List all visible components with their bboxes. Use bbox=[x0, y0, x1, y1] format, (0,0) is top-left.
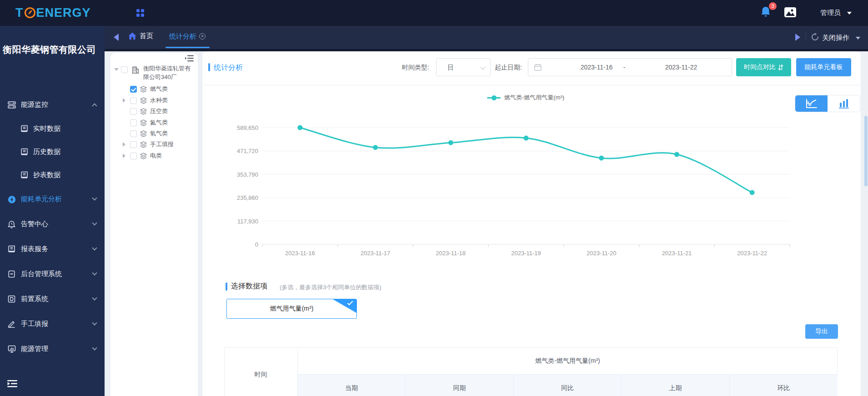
table-group-header: 燃气类-燃气用气量(m³) bbox=[298, 347, 838, 375]
tree-node-0[interactable]: 燃气类 bbox=[130, 84, 168, 94]
chevron-down-icon bbox=[92, 195, 97, 200]
sidebar-item-label: 后台管理系统 bbox=[21, 270, 62, 278]
sidebar-item-label: 前置系统 bbox=[21, 295, 48, 303]
sidebar-item-label: 告警中心 bbox=[21, 220, 48, 228]
caret-right-icon[interactable] bbox=[123, 142, 125, 147]
caret-right-icon[interactable] bbox=[123, 98, 125, 103]
time-compare-button[interactable]: 时间点对比 bbox=[736, 58, 791, 76]
tab-close-icon[interactable]: ✕ bbox=[199, 33, 206, 40]
x-axis-tick-label: 2023-11-20 bbox=[587, 250, 617, 257]
tree-node-checkbox[interactable] bbox=[130, 86, 137, 93]
notification-bell-icon[interactable]: 3 bbox=[760, 6, 774, 20]
sidebar-item-0[interactable]: 能源监控 bbox=[0, 92, 105, 117]
sidebar-subitem[interactable]: 历史数据 bbox=[0, 140, 105, 163]
tree-node-1[interactable]: 水种类 bbox=[130, 95, 168, 106]
sidebar-subitem[interactable]: 抄表数据 bbox=[0, 163, 105, 187]
tree-root-label[interactable]: 衡阳华菱连轧管有限公司340厂 bbox=[143, 64, 196, 81]
calendar-icon bbox=[534, 64, 542, 71]
chevron-up-icon bbox=[92, 103, 97, 108]
admin-menu[interactable]: 管理员 bbox=[820, 9, 852, 17]
line-chart[interactable]: 0117,930235,860353,790471,720589,6502023… bbox=[202, 102, 861, 261]
layers-icon bbox=[140, 141, 147, 148]
date-range-label: 起止日期: bbox=[495, 64, 522, 72]
tab-statistics[interactable]: 统计分析 ✕ bbox=[165, 26, 210, 47]
tree-node-3[interactable]: 氮气类 bbox=[130, 117, 168, 128]
lock-icon bbox=[8, 270, 16, 278]
tree-node-checkbox[interactable] bbox=[130, 108, 137, 115]
time-type-select[interactable]: 日 bbox=[436, 58, 491, 76]
sidebar-item-5[interactable]: 前置系统 bbox=[0, 287, 105, 312]
sidebar-collapse-icon[interactable] bbox=[7, 380, 17, 388]
time-type-label: 时间类型: bbox=[402, 64, 429, 72]
data-point[interactable] bbox=[373, 145, 378, 150]
date-end-value: 2023-11-22 bbox=[649, 64, 713, 71]
doc-icon bbox=[20, 148, 28, 156]
caret-right-icon[interactable] bbox=[123, 153, 125, 158]
tree-node-label: 手工填报 bbox=[150, 140, 174, 148]
data-point[interactable] bbox=[297, 125, 302, 130]
data-item-card[interactable]: 燃气用气量(m³) bbox=[226, 299, 357, 319]
data-point[interactable] bbox=[448, 140, 453, 145]
sidebar-subitem-label: 抄表数据 bbox=[33, 171, 60, 179]
refresh-icon[interactable] bbox=[811, 33, 819, 41]
sidebar-item-7[interactable]: 能源管理 bbox=[0, 337, 105, 361]
tree-node-checkbox[interactable] bbox=[130, 153, 137, 159]
tab-forward-icon[interactable] bbox=[795, 34, 800, 41]
date-range-input[interactable]: 2023-11-16 - 2023-11-22 bbox=[528, 58, 732, 76]
tree-node-checkbox[interactable] bbox=[130, 97, 137, 104]
x-axis-tick-label: 2023-11-21 bbox=[662, 250, 692, 257]
sidebar-subitem-label: 实时数据 bbox=[33, 124, 60, 133]
sidebar-item-1[interactable]: 能耗单元分析 bbox=[0, 187, 105, 212]
tree-node-checkbox[interactable] bbox=[130, 119, 137, 126]
close-actions-dropdown[interactable]: 关闭操作 bbox=[822, 34, 860, 42]
export-label: 导出 bbox=[815, 327, 828, 336]
company-name: 衡阳华菱钢管有限公司 bbox=[3, 44, 104, 56]
sidebar-subitem[interactable]: 实时数据 bbox=[0, 117, 105, 140]
tree-node-label: 氧气类 bbox=[150, 129, 168, 138]
tree-node-checkbox[interactable] bbox=[130, 130, 137, 137]
x-axis-tick-label: 2023-11-18 bbox=[436, 250, 466, 257]
data-point[interactable] bbox=[599, 156, 604, 161]
apps-grid-icon[interactable] bbox=[136, 9, 144, 17]
sidebar-item-label: 手工填报 bbox=[21, 320, 48, 328]
page-scrollbar-thumb[interactable] bbox=[864, 116, 868, 186]
tree-node-6[interactable]: 电类 bbox=[130, 150, 162, 161]
screenshot-icon[interactable] bbox=[784, 7, 797, 18]
sidebar-item-4[interactable]: 后台管理系统 bbox=[0, 262, 105, 287]
data-point[interactable] bbox=[674, 152, 679, 157]
time-compare-label: 时间点对比 bbox=[744, 63, 776, 71]
pencil-icon bbox=[8, 320, 16, 328]
tab-bar-bottom-strip bbox=[105, 49, 868, 51]
legend-marker-icon bbox=[487, 97, 501, 99]
export-button[interactable]: 导出 bbox=[805, 324, 838, 339]
date-separator: - bbox=[621, 64, 627, 71]
sidebar-item-3[interactable]: 报表服务 bbox=[0, 237, 105, 262]
data-point[interactable] bbox=[524, 136, 529, 141]
doc-icon bbox=[8, 245, 16, 253]
server-icon bbox=[8, 101, 16, 109]
y-axis-tick-label: 471,720 bbox=[237, 148, 258, 154]
monitor-icon bbox=[8, 345, 16, 353]
tree-node-checkbox[interactable] bbox=[130, 141, 137, 148]
tab-home[interactable]: 首页 bbox=[128, 32, 153, 40]
tree-node-label: 水种类 bbox=[150, 96, 168, 104]
sidebar-item-6[interactable]: 手工填报 bbox=[0, 312, 105, 337]
energy-unit-board-button[interactable]: 能耗单元看板 bbox=[796, 58, 851, 76]
tab-back-icon[interactable] bbox=[114, 34, 119, 41]
chart-legend[interactable]: 燃气类-燃气用气量(m³) bbox=[487, 94, 564, 102]
data-point[interactable] bbox=[750, 190, 755, 195]
y-axis-tick-label: 0 bbox=[255, 241, 258, 248]
tree-root-checkbox[interactable] bbox=[121, 66, 128, 73]
layers-icon bbox=[140, 108, 147, 115]
tree-node-4[interactable]: 氧气类 bbox=[130, 128, 168, 139]
tree-root-caret-icon[interactable] bbox=[114, 68, 119, 71]
frontend-icon bbox=[8, 295, 16, 303]
chevron-down-icon bbox=[92, 245, 97, 250]
tree-node-5[interactable]: 手工填报 bbox=[130, 139, 174, 150]
layers-icon bbox=[140, 130, 147, 137]
sort-arrows-icon bbox=[778, 64, 783, 70]
x-axis-tick-label: 2023-11-19 bbox=[511, 250, 541, 257]
tree-collapse-icon[interactable] bbox=[185, 55, 194, 62]
sidebar-item-2[interactable]: 告警中心 bbox=[0, 212, 105, 237]
tree-node-2[interactable]: 压空类 bbox=[130, 106, 168, 117]
